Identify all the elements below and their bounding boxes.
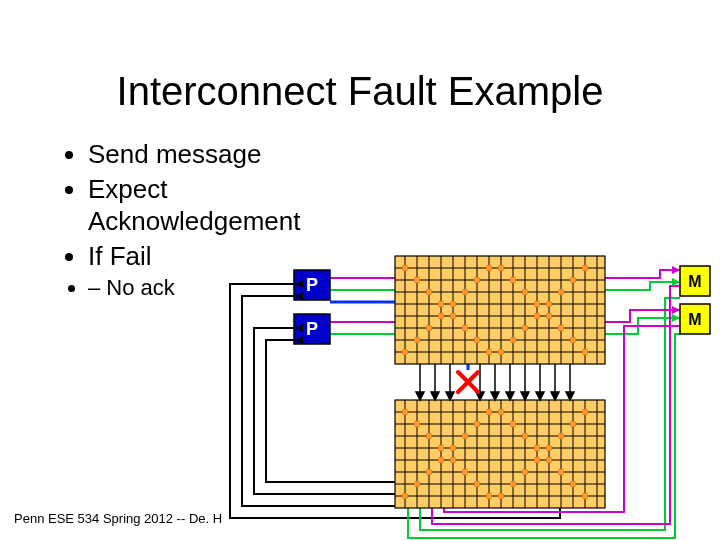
svg-point-33 — [438, 301, 444, 307]
svg-point-51 — [462, 289, 468, 295]
svg-point-45 — [582, 349, 588, 355]
svg-point-57 — [534, 313, 540, 319]
svg-point-54 — [498, 349, 504, 355]
svg-point-61 — [582, 265, 588, 271]
svg-point-58 — [546, 301, 552, 307]
svg-point-90 — [426, 433, 432, 439]
svg-point-31 — [414, 277, 420, 283]
svg-point-109 — [462, 433, 468, 439]
svg-point-36 — [474, 337, 480, 343]
svg-marker-131 — [506, 392, 514, 400]
svg-marker-149 — [672, 314, 680, 322]
svg-marker-147 — [672, 306, 680, 314]
svg-point-94 — [474, 481, 480, 487]
svg-point-112 — [498, 493, 504, 499]
svg-point-93 — [462, 469, 468, 475]
svg-point-98 — [522, 433, 528, 439]
svg-point-47 — [414, 337, 420, 343]
svg-point-34 — [450, 313, 456, 319]
svg-point-32 — [426, 289, 432, 295]
svg-point-92 — [450, 457, 456, 463]
m-box-label: M — [688, 273, 701, 290]
svg-point-39 — [510, 277, 516, 283]
m-box-label: M — [688, 311, 701, 328]
svg-point-52 — [474, 277, 480, 283]
svg-point-44 — [570, 337, 576, 343]
svg-point-118 — [570, 421, 576, 427]
svg-point-42 — [546, 313, 552, 319]
svg-point-38 — [498, 265, 504, 271]
bullet-item: Expect Acknowledgement — [88, 173, 380, 238]
svg-marker-148 — [672, 278, 680, 286]
svg-point-100 — [546, 457, 552, 463]
svg-marker-135 — [536, 392, 544, 400]
svg-point-89 — [414, 421, 420, 427]
svg-marker-146 — [672, 266, 680, 274]
svg-point-117 — [558, 433, 564, 439]
svg-point-30 — [402, 265, 408, 271]
p-box-label: P — [306, 275, 318, 295]
svg-point-48 — [426, 325, 432, 331]
crossbar-top — [395, 256, 605, 364]
svg-point-115 — [534, 457, 540, 463]
svg-point-91 — [438, 445, 444, 451]
svg-point-102 — [570, 481, 576, 487]
svg-point-106 — [426, 469, 432, 475]
svg-point-99 — [534, 445, 540, 451]
interconnect-diagram: P P M M — [220, 240, 720, 540]
svg-marker-133 — [521, 392, 529, 400]
svg-point-110 — [474, 421, 480, 427]
svg-point-95 — [486, 493, 492, 499]
svg-marker-123 — [431, 392, 439, 400]
fault-marker-icon — [458, 372, 478, 392]
svg-point-107 — [438, 457, 444, 463]
svg-point-108 — [450, 445, 456, 451]
page-title: Interconnect Fault Example — [0, 69, 720, 114]
svg-marker-125 — [446, 392, 454, 400]
svg-point-116 — [546, 445, 552, 451]
svg-point-88 — [402, 409, 408, 415]
svg-point-60 — [570, 277, 576, 283]
svg-marker-121 — [416, 392, 424, 400]
svg-point-103 — [582, 493, 588, 499]
svg-point-53 — [486, 265, 492, 271]
svg-point-35 — [462, 325, 468, 331]
bullet-item: Send message — [88, 138, 380, 171]
svg-point-101 — [558, 469, 564, 475]
svg-marker-129 — [491, 392, 499, 400]
svg-point-43 — [558, 325, 564, 331]
svg-point-40 — [522, 289, 528, 295]
svg-point-56 — [522, 325, 528, 331]
svg-point-113 — [510, 481, 516, 487]
svg-point-105 — [414, 481, 420, 487]
slide-footer: Penn ESE 534 Spring 2012 -- De. H — [14, 511, 222, 526]
svg-point-59 — [558, 289, 564, 295]
svg-point-46 — [402, 349, 408, 355]
svg-point-119 — [582, 409, 588, 415]
svg-marker-139 — [566, 392, 574, 400]
svg-point-97 — [510, 421, 516, 427]
svg-point-55 — [510, 337, 516, 343]
svg-point-114 — [522, 469, 528, 475]
p-box-label: P — [306, 319, 318, 339]
svg-point-41 — [534, 301, 540, 307]
crossbar-bottom — [395, 400, 605, 508]
svg-point-104 — [402, 493, 408, 499]
svg-marker-137 — [551, 392, 559, 400]
svg-point-50 — [450, 301, 456, 307]
svg-point-49 — [438, 313, 444, 319]
svg-point-111 — [486, 409, 492, 415]
svg-point-37 — [486, 349, 492, 355]
svg-point-96 — [498, 409, 504, 415]
